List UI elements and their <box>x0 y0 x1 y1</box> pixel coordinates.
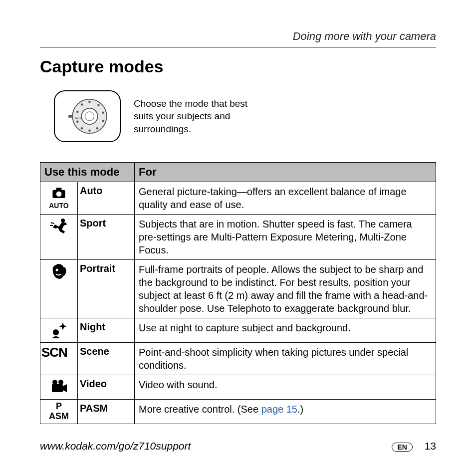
page-link[interactable]: page 15 <box>261 404 297 415</box>
intro-block: AUTO Choose the mode that best suits you… <box>54 90 436 142</box>
svg-point-10 <box>81 127 83 129</box>
svg-text:AUTO: AUTO <box>75 117 82 119</box>
svg-point-22 <box>58 380 63 385</box>
mode-name: PASM <box>77 400 134 424</box>
svg-rect-3 <box>68 115 73 117</box>
table-row: P ASM PASM More creative control. (See p… <box>40 400 436 424</box>
svg-point-6 <box>102 112 104 114</box>
mode-desc: Video with sound. <box>135 375 436 400</box>
mode-dial-illustration: AUTO <box>54 90 121 142</box>
video-icon <box>49 377 69 397</box>
mode-desc: More creative control. (See page 15.) <box>135 400 436 424</box>
section-heading: Capture modes <box>40 57 436 76</box>
modes-table: Use this mode For AUTO Auto General pict… <box>40 162 436 424</box>
table-row: Portrait Full-frame portraits of people.… <box>40 260 436 318</box>
th-for: For <box>135 163 436 182</box>
face-icon <box>49 262 69 282</box>
language-badge: EN <box>392 443 412 452</box>
mode-desc: Full-frame portraits of people. Allows t… <box>135 260 436 318</box>
mode-name: Video <box>77 375 134 400</box>
svg-rect-16 <box>56 188 62 190</box>
svg-point-17 <box>56 191 62 197</box>
intro-text: Choose the mode that best suits your sub… <box>134 97 263 136</box>
page-number: 13 <box>425 440 436 452</box>
mode-desc: Subjects that are in motion. Shutter spe… <box>135 215 436 260</box>
svg-point-19 <box>55 269 58 271</box>
night-icon <box>49 320 69 340</box>
mode-name: Sport <box>77 215 134 260</box>
mode-icon-pasm: P ASM <box>40 400 78 424</box>
running-icon <box>49 217 69 237</box>
mode-name: Auto <box>77 182 134 215</box>
manual-page: Doing more with your camera Capture mode… <box>0 0 476 476</box>
table-row: SCN Scene Point-and-shoot simplicity whe… <box>40 343 436 375</box>
mode-icon-scene: SCN <box>40 343 78 375</box>
table-row: Night Use at night to capture subject an… <box>40 318 436 343</box>
support-url: www.kodak.com/go/z710support <box>40 440 191 452</box>
mode-desc: Use at night to capture subject and back… <box>135 318 436 343</box>
mode-name: Night <box>77 318 134 343</box>
svg-point-21 <box>52 380 57 385</box>
svg-point-4 <box>88 101 91 103</box>
svg-point-11 <box>76 121 79 123</box>
svg-point-5 <box>97 104 100 106</box>
table-row: Sport Subjects that are in motion. Shutt… <box>40 215 436 260</box>
svg-point-12 <box>76 111 79 113</box>
divider <box>40 47 436 48</box>
mode-desc: General picture-taking—offers an excelle… <box>135 182 436 215</box>
svg-point-9 <box>88 130 91 132</box>
svg-point-7 <box>102 120 104 122</box>
chapter-title: Doing more with your camera <box>40 30 436 43</box>
th-use-this-mode: Use this mode <box>40 163 135 182</box>
mode-desc: Point-and-shoot simplicity when taking p… <box>135 343 436 375</box>
svg-rect-23 <box>52 384 63 392</box>
mode-icon-portrait <box>40 260 78 318</box>
mode-icon-night <box>40 318 78 343</box>
table-row: AUTO Auto General picture-taking—offers … <box>40 182 436 215</box>
mode-icon-auto: AUTO <box>40 182 78 215</box>
mode-icon-sport <box>40 215 78 260</box>
svg-point-13 <box>81 103 83 106</box>
svg-point-20 <box>53 329 59 335</box>
camera-icon <box>50 184 68 202</box>
svg-point-18 <box>61 219 65 223</box>
mode-icon-video <box>40 375 78 400</box>
page-footer: www.kodak.com/go/z710support EN 13 <box>40 440 436 452</box>
mode-name: Scene <box>77 343 134 375</box>
mode-dial-icon: AUTO <box>65 94 110 139</box>
svg-point-1 <box>81 108 97 124</box>
footer-right: EN 13 <box>392 440 436 452</box>
table-row: Video Video with sound. <box>40 375 436 400</box>
mode-name: Portrait <box>77 260 134 318</box>
svg-point-8 <box>96 127 99 129</box>
